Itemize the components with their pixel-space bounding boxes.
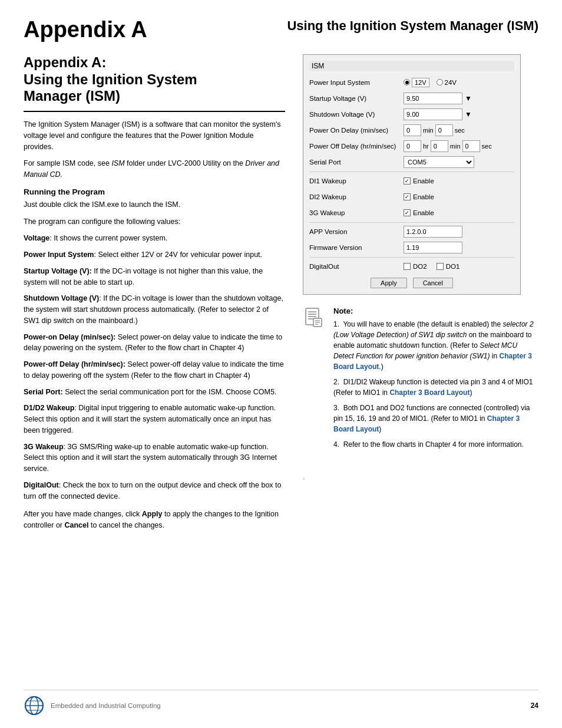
section-title: Appendix A: Using the Ignition System Ma… — [24, 54, 285, 105]
ism-row-power-input: Power Input System 12V 24V — [309, 76, 514, 89]
ism-label-3g-wakeup: 3G Wakeup — [309, 209, 404, 216]
note-content: Note: 1. You will have to enable (the de… — [333, 307, 538, 454]
note-item-4: 4. Refer to the flow charts in Chapter 4… — [333, 439, 538, 450]
checkbox-icon-di1[interactable] — [404, 177, 411, 185]
radio-24v[interactable]: 24V — [437, 79, 457, 86]
running-program-text: Just double click the ISM.exe to launch … — [24, 199, 285, 210]
checkbox-do2-row[interactable]: DO2 — [404, 263, 427, 270]
ism-value-power-off-delay: hr min sec — [404, 140, 514, 152]
ism-value-3g-wakeup: Enable — [404, 209, 514, 216]
footer-page: 24 — [531, 701, 538, 710]
ism-label-startup: Startup Voltage (V) — [309, 95, 404, 102]
term-startup-voltage: Startup Voltage (V): If the DC-in voltag… — [24, 266, 285, 288]
firmware-version-input[interactable] — [404, 242, 462, 253]
checkbox-do1-row[interactable]: DO1 — [437, 263, 460, 270]
power-off-delay-min[interactable] — [431, 140, 448, 152]
apply-button[interactable]: Apply — [371, 278, 407, 288]
note-box: Note: 1. You will have to enable (the de… — [303, 307, 538, 454]
power-on-delay-sec[interactable] — [435, 124, 453, 136]
ism-row-di1-wakeup: DI1 Wakeup Enable — [309, 174, 514, 187]
checkbox-label-do1: DO1 — [446, 263, 460, 270]
checkbox-label-3g: Enable — [413, 209, 434, 216]
header-right: Using the Ignition System Manager (ISM) — [287, 18, 538, 35]
shutdown-voltage-input[interactable] — [404, 108, 462, 120]
program-config-text: The program can configure the following … — [24, 216, 285, 228]
radio-btn-24v[interactable] — [437, 79, 443, 85]
ism-label-power-on-delay: Power On Delay (min/sec) — [309, 127, 404, 134]
power-off-delay-min-label: min — [450, 143, 461, 150]
radio-label-12v: 12V — [412, 78, 429, 87]
checkbox-label-do2: DO2 — [413, 263, 427, 270]
term-power-off-delay: Power-off Delay (hr/min/sec): Select pow… — [24, 359, 285, 381]
note-title: Note: — [333, 307, 538, 315]
ism-row-digitalout: DigitalOut DO2 DO1 — [309, 260, 514, 273]
ism-label-app-version: APP Version — [309, 228, 404, 235]
term-serial-port: Serial Port: Select the serial communica… — [24, 387, 285, 398]
checkbox-di1[interactable]: Enable — [404, 177, 434, 185]
ism-value-firmware-version — [404, 242, 514, 253]
checkbox-icon-3g[interactable] — [404, 209, 411, 216]
checkbox-di2[interactable]: Enable — [404, 193, 434, 200]
ism-label-shutdown: Shutdown Voltage (V) — [309, 111, 404, 118]
shutdown-dropdown-arrow[interactable]: ▼ — [465, 110, 472, 118]
ism-divider-3 — [309, 257, 514, 258]
header: Appendix A Using the Ignition System Man… — [24, 18, 538, 42]
ism-label-power-input: Power Input System — [309, 79, 404, 86]
term-power-on-delay: Power-on Delay (min/sec): Select power-o… — [24, 332, 285, 354]
radio-12v[interactable]: 12V — [404, 78, 429, 87]
ism-value-di2-wakeup: Enable — [404, 193, 514, 200]
checkbox-icon-do2[interactable] — [404, 263, 411, 270]
ism-row-shutdown: Shutdown Voltage (V) ▼ — [309, 108, 514, 121]
footer: Embedded and Industrial Computing 24 — [24, 690, 538, 716]
power-off-delay-sec[interactable] — [462, 140, 480, 152]
ism-value-app-version — [404, 226, 514, 238]
ism-row-app-version: APP Version — [309, 225, 514, 238]
ism-label-firmware-version: Firmware Version — [309, 244, 404, 251]
ism-row-serial-port: Serial Port COM5 — [309, 156, 514, 169]
power-on-delay-min-label: min — [423, 127, 434, 134]
note-item-3: 3. Both DO1 and DO2 functions are connec… — [333, 403, 538, 434]
ism-row-firmware-version: Firmware Version — [309, 241, 514, 254]
ism-value-startup: ▼ — [404, 93, 514, 104]
ism-label-di2-wakeup: DI2 Wakeup — [309, 193, 404, 200]
ism-row-power-on-delay: Power On Delay (min/sec) min sec — [309, 124, 514, 137]
ism-value-shutdown: ▼ — [404, 108, 514, 120]
radio-group-power: 12V 24V — [404, 78, 457, 87]
ism-label-serial-port: Serial Port — [309, 159, 404, 166]
cancel-button[interactable]: Cancel — [413, 278, 453, 288]
term-voltage: Voltage: It shows the current power syst… — [24, 233, 285, 244]
ism-value-serial-port: COM5 — [404, 156, 514, 168]
app-version-input[interactable] — [404, 226, 462, 238]
term-power-input: Power Input System: Select either 12V or… — [24, 249, 285, 261]
startup-dropdown-arrow[interactable]: ▼ — [465, 94, 472, 103]
running-program-title: Running the Program — [24, 187, 285, 196]
power-off-delay-sec-label: sec — [482, 143, 492, 150]
checkbox-icon-di2[interactable] — [404, 193, 411, 200]
checkbox-label-di2: Enable — [413, 193, 434, 200]
intro-text-2: For sample ISM code, see ISM folder unde… — [24, 158, 285, 180]
term-3g-wakeup: 3G Wakeup: 3G SMS/Ring wake-up to enable… — [24, 442, 285, 475]
checkbox-icon-do1[interactable] — [437, 263, 444, 270]
ism-row-di2-wakeup: DI2 Wakeup Enable — [309, 190, 514, 203]
radio-btn-12v[interactable] — [404, 79, 410, 85]
power-off-delay-hr[interactable] — [404, 140, 421, 152]
left-column: Appendix A: Using the Ignition System Ma… — [24, 54, 285, 537]
term-digitalout: DigitalOut: Check the box to turn on the… — [24, 480, 285, 502]
note-item-1: 1. You will have to enable (the default … — [333, 319, 538, 372]
company-logo — [24, 695, 45, 716]
ism-divider-2 — [309, 222, 514, 223]
ism-value-power-input: 12V 24V — [404, 78, 514, 87]
startup-voltage-input[interactable] — [404, 93, 462, 104]
power-on-delay-min[interactable] — [404, 124, 421, 136]
ism-value-di1-wakeup: Enable — [404, 177, 514, 185]
ism-button-row: Apply Cancel — [309, 278, 514, 288]
note-link-3: Chapter 3 Board Layout — [333, 414, 520, 433]
checkbox-3g[interactable]: Enable — [404, 209, 434, 216]
right-column: ISM Power Input System 12V 24V — [303, 54, 538, 537]
header-left: Appendix A — [24, 18, 147, 42]
ism-label-power-off-delay: Power Off Delay (hr/min/sec) — [309, 143, 404, 150]
ism-dialog: ISM Power Input System 12V 24V — [303, 54, 521, 295]
note-icon — [303, 307, 326, 330]
serial-port-select[interactable]: COM5 — [404, 156, 474, 168]
note-link-2: Chapter 3 Board Layout — [389, 388, 470, 397]
